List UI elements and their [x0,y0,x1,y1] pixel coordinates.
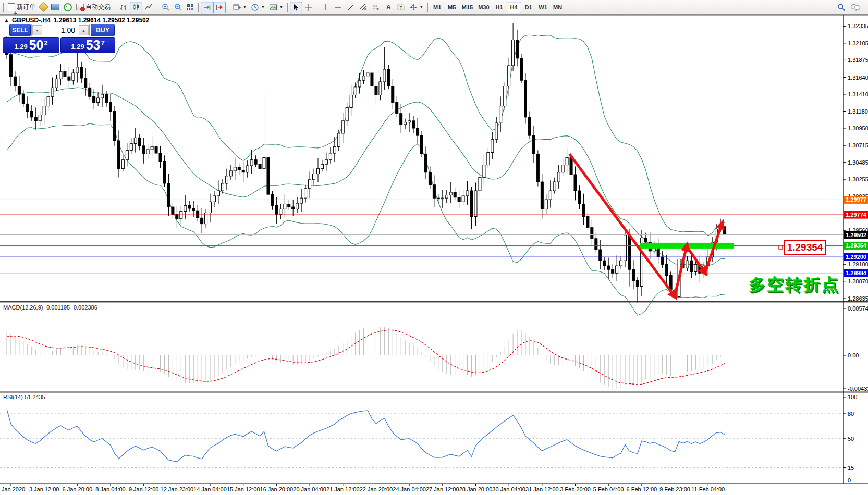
candle-body [172,207,174,214]
candle-body [221,183,224,191]
sell-price-display[interactable]: 1.29 50 2 [3,37,59,53]
toolbar-separator [427,3,428,12]
timeframe-m1-button[interactable]: M1 [430,2,445,13]
vertical-line-tool[interactable] [320,2,332,13]
tile-windows-button[interactable] [185,2,196,13]
candle-body [229,171,232,176]
rsi-indicator-label: RSI(14) 51.2435 [3,394,45,400]
timeframe-h1-button[interactable]: H1 [492,2,507,13]
new-chart-dropdown[interactable]: ▼ [230,2,249,13]
candle-body [495,123,498,139]
horizontal-line-tool[interactable] [332,2,345,13]
candle-body [105,94,108,103]
autotrading-label: 自动交易 [85,3,111,11]
strategy-tester-button[interactable] [62,2,74,13]
candle-body [694,264,697,271]
candle-body [130,144,132,151]
candles-series [6,23,726,303]
zoom-out-button[interactable] [172,2,185,13]
macd-indicator-label: MACD(12,26,9) -0.001195 -0.002386 [3,304,97,311]
trendline-tool[interactable] [345,2,357,13]
search-button[interactable] [835,2,848,13]
zoom-in-button[interactable] [160,2,172,13]
timeframe-w1-button[interactable]: W1 [536,2,551,13]
metaeditor-button[interactable] [38,2,49,13]
text-label-tool[interactable]: T [395,2,407,13]
candle-body [504,86,506,106]
new-order-button[interactable]: 新订单 [6,2,38,13]
candlestick-icon [132,3,140,11]
buy-button[interactable]: BUY [91,24,115,36]
candle-body [329,153,332,160]
auto-scroll-button[interactable] [201,2,213,13]
candlestick-chart-button[interactable] [130,2,142,13]
candle-body [151,146,153,150]
buy-price-display[interactable]: 1.29 53 7 [60,37,115,53]
time-axis[interactable]: 2 Jan 20203 Jan 12:006 Jan 20:008 Jan 04… [0,484,725,492]
equidistant-channel-tool[interactable]: E [357,2,370,13]
candle-body [358,80,361,87]
candle-body [89,88,91,96]
bar-chart-button[interactable] [117,2,130,13]
sell-price-fraction: 2 [44,39,47,47]
candle-body [516,40,519,58]
timeframe-d1-button[interactable]: D1 [521,2,536,13]
trend-arrow[interactable] [675,245,687,295]
price-box-anchor [779,245,783,249]
timeframe-mn-button[interactable]: MN [551,2,565,13]
cursor-button[interactable] [290,2,302,13]
candle-body [84,78,87,88]
channel-icon: E [359,3,368,11]
candle-body [665,264,668,275]
autotrading-button[interactable]: 自动交易 [74,2,113,13]
templates-dropdown[interactable]: ▼ [267,2,285,13]
timeframe-h4-button[interactable]: H4 [507,2,521,13]
trend-arrow[interactable] [569,154,675,296]
volume-value[interactable]: 1.00 [43,24,78,36]
chart-shift-button[interactable] [213,2,226,13]
line-chart-button[interactable] [142,2,155,13]
macd-pane-separator[interactable] [0,301,868,302]
macd-axis-label: -0.004319 [848,386,868,392]
volume-decrease-button[interactable]: ▼ [32,25,42,35]
timeframe-m5-button[interactable]: M5 [445,2,459,13]
sell-price-pips: 50 [29,39,44,52]
price-tick-label: 1.31180 [848,108,868,115]
candle-body [267,157,270,194]
profiles-dropdown[interactable]: ▼ [249,2,267,13]
crosshair-button[interactable] [302,2,315,13]
candle-body [238,167,240,170]
chat-button[interactable] [848,2,863,13]
time-tick-label: 16 Jan 20:00 [260,486,294,492]
price-tick-label: 1.29100 [848,261,868,267]
volume-increase-button[interactable]: ▲ [79,25,89,35]
price-axis[interactable]: 1.323351.321051.318751.316401.314101.311… [843,23,868,483]
candle-body [155,146,157,153]
collapse-icon[interactable]: ▲ [4,18,9,23]
candle-body [616,266,618,273]
price-tick-label: 1.32105 [848,40,868,46]
candle-body [366,73,369,76]
timeframe-m30-button[interactable]: M30 [475,2,492,13]
candle-body [404,122,407,125]
arrows-dropdown[interactable]: ▼ [407,2,425,13]
level-badge-label: 1.29502 [846,232,866,238]
candle-body [188,205,191,208]
toolbar-separator [157,3,157,12]
candle-body [159,153,162,162]
rsi-pane-separator[interactable] [0,392,868,393]
chart-canvas[interactable]: 1.29354多空转折点多空转折点1.323351.321051.318751.… [0,0,868,495]
text-tool[interactable]: A [382,2,395,13]
sell-button[interactable]: SELL [9,24,31,36]
candle-body [321,164,323,168]
macd-axis-label: 0.00 [848,352,859,358]
fibonacci-tool[interactable]: F [370,2,382,13]
candle-body [536,154,539,182]
candle-body [599,250,602,261]
market-watch-button[interactable] [49,2,62,13]
candle-body [296,203,299,209]
timeframe-m15-button[interactable]: M15 [459,2,475,13]
chart-shift-icon [215,3,224,11]
candle-body [300,198,303,203]
candle-body [628,235,631,269]
